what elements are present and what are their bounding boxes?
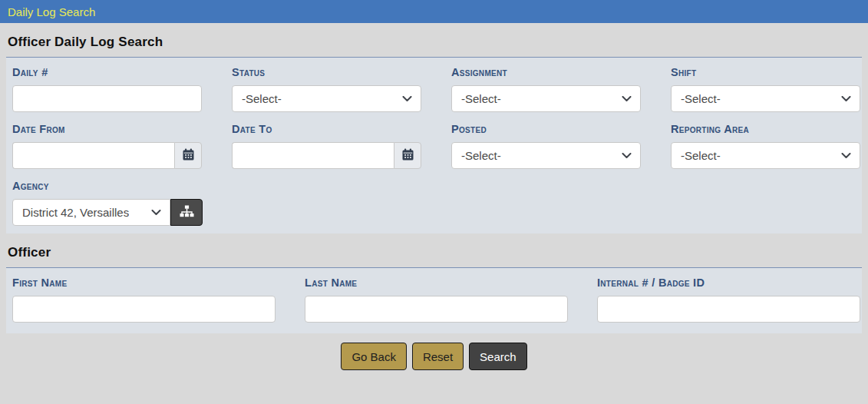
page-title: Daily Log Search (8, 5, 95, 18)
sitemap-icon (180, 205, 194, 220)
chevron-down-icon (622, 153, 632, 159)
agency-selected-value: District 42, Versailles (22, 206, 129, 219)
date-to-calendar-button[interactable] (394, 142, 421, 169)
daily-number-label: Daily # (12, 65, 202, 81)
shift-label: Shift (671, 65, 860, 81)
chevron-down-icon (841, 153, 851, 159)
posted-selected-value: -Select- (461, 149, 501, 162)
shift-selected-value: -Select- (681, 92, 721, 105)
last-name-label: Last Name (305, 275, 568, 291)
chevron-down-icon (841, 96, 851, 102)
search-button[interactable]: Search (469, 343, 527, 370)
internal-badge-input[interactable] (597, 296, 860, 323)
date-from-calendar-button[interactable] (174, 142, 202, 169)
date-from-field-group: Date From (12, 121, 202, 169)
first-name-input[interactable] (12, 296, 276, 323)
shift-field-group: Shift -Select- (671, 65, 860, 112)
app-header: Daily Log Search (0, 0, 868, 23)
calendar-icon (183, 148, 194, 163)
chevron-down-icon (402, 96, 412, 102)
shift-select[interactable]: -Select- (671, 85, 860, 112)
internal-badge-label: Internal # / Badge ID (597, 275, 860, 291)
chevron-down-icon (622, 96, 632, 102)
date-from-label: Date From (12, 121, 202, 137)
reporting-area-select[interactable]: -Select- (671, 142, 860, 169)
date-to-input[interactable] (232, 142, 394, 169)
posted-select[interactable]: -Select- (451, 142, 641, 169)
assignment-label: Assignment (451, 65, 641, 81)
go-back-button[interactable]: Go Back (341, 343, 407, 370)
last-name-field-group: Last Name (305, 275, 568, 323)
status-select[interactable]: -Select- (232, 85, 421, 112)
posted-field-group: Posted -Select- (451, 121, 641, 169)
assignment-select[interactable]: -Select- (451, 85, 641, 112)
officer-section-panel: First Name Last Name Internal # / Badge … (6, 267, 862, 333)
calendar-icon (402, 148, 414, 163)
assignment-selected-value: -Select- (461, 92, 501, 105)
chevron-down-icon (151, 210, 161, 216)
reporting-area-label: Reporting Area (671, 121, 860, 137)
posted-label: Posted (451, 121, 641, 137)
status-selected-value: -Select- (242, 92, 282, 105)
first-name-label: First Name (12, 275, 276, 291)
internal-badge-field-group: Internal # / Badge ID (597, 275, 860, 323)
reset-button[interactable]: Reset (412, 343, 464, 370)
reporting-area-selected-value: -Select- (681, 149, 721, 162)
daily-number-input[interactable] (12, 85, 202, 112)
agency-select[interactable]: District 42, Versailles (12, 199, 170, 226)
agency-field-group: Agency District 42, Versailles (12, 178, 856, 226)
date-from-input[interactable] (12, 142, 174, 169)
daily-number-field-group: Daily # (12, 65, 202, 112)
reporting-area-field-group: Reporting Area -Select- (671, 121, 860, 169)
status-label: Status (232, 65, 421, 81)
date-to-label: Date To (232, 121, 421, 137)
officer-section-title: Officer (8, 245, 868, 260)
date-to-field-group: Date To (232, 121, 421, 169)
agency-label: Agency (12, 178, 856, 194)
first-name-field-group: First Name (12, 275, 276, 323)
agency-hierarchy-button[interactable] (170, 199, 203, 226)
last-name-input[interactable] (305, 296, 568, 323)
assignment-field-group: Assignment -Select- (451, 65, 641, 112)
search-section-panel: Daily # Status -Select- Assignment -Sele… (6, 57, 862, 233)
status-field-group: Status -Select- (232, 65, 421, 112)
search-section-title: Officer Daily Log Search (8, 35, 868, 50)
action-buttons: Go Back Reset Search (0, 343, 868, 370)
